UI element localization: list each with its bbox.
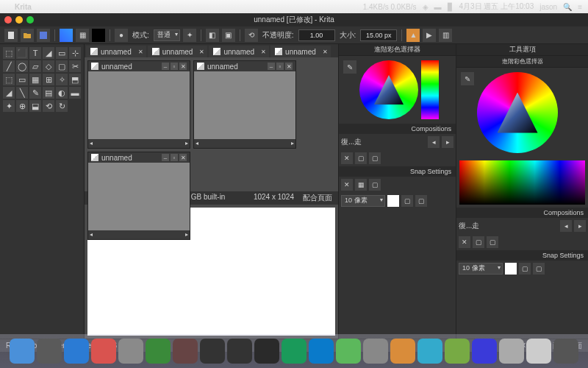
compositions-head[interactable]: Compositions (339, 124, 456, 134)
dock-app-11[interactable] (309, 339, 334, 364)
dock-app-4[interactable] (118, 339, 143, 364)
preset-dd-2[interactable]: 10 像素 (459, 263, 503, 275)
max-icon[interactable]: ▫ (276, 63, 284, 70)
preset-preview[interactable] (387, 195, 399, 207)
canvas[interactable] (88, 71, 190, 139)
canvas[interactable] (88, 163, 190, 230)
tool-21[interactable]: ▤ (43, 87, 54, 99)
history-back-button[interactable]: ◂ (428, 136, 440, 148)
gradient-button[interactable] (60, 29, 73, 42)
tool-19[interactable]: ╲ (16, 87, 28, 99)
comp2-a[interactable]: ▢ (473, 236, 484, 248)
dock-app-18[interactable] (499, 339, 524, 364)
preset2-a[interactable]: ▢ (519, 263, 531, 275)
document-window-2[interactable]: unnamed–▫✕ (87, 152, 190, 240)
maximize-window-button[interactable] (26, 16, 34, 24)
dock-app-10[interactable] (282, 339, 306, 364)
tool-18[interactable]: ◢ (3, 87, 15, 99)
scrollbar-h[interactable] (194, 139, 295, 148)
tool-12[interactable]: ⬚ (3, 74, 15, 85)
min-icon[interactable]: – (162, 154, 169, 161)
close-window-button[interactable] (4, 16, 12, 24)
tool-10[interactable]: ▢ (56, 60, 68, 72)
search-icon[interactable]: 🔍 (563, 3, 572, 11)
tool-27[interactable]: ⟲ (43, 100, 54, 112)
close-tab-icon[interactable]: ✕ (261, 49, 266, 55)
tool-13[interactable]: ▭ (16, 74, 28, 85)
dock-app-19[interactable] (526, 339, 551, 364)
tool-26[interactable]: ⬓ (29, 100, 41, 112)
mirror-h-button[interactable]: ▲ (406, 29, 420, 42)
tool-28[interactable]: ↻ (56, 100, 68, 112)
tool-2[interactable]: T (29, 47, 41, 59)
doc-tab-3[interactable]: unnamed✕ (270, 46, 331, 57)
dock-app-20[interactable] (553, 339, 578, 364)
panel-head-color[interactable]: 進階彩色選擇器 (339, 44, 456, 56)
compositions-head-2[interactable]: Compositions (456, 208, 588, 218)
color-picker-icon-2[interactable]: ✎ (461, 72, 474, 85)
color-strip[interactable] (421, 60, 439, 119)
dock-app-12[interactable] (336, 339, 361, 364)
min-icon[interactable]: – (162, 63, 169, 70)
new-file-button[interactable] (4, 29, 18, 42)
mirror-v-button[interactable]: ▶ (423, 29, 436, 42)
hist-fwd-2[interactable]: ▸ (574, 220, 586, 232)
hue-saturation-box[interactable] (459, 160, 585, 205)
doc-titlebar[interactable]: unnamed–▫✕ (88, 152, 190, 163)
doc-tab-1[interactable]: unnamed✕ (148, 46, 208, 57)
tool-7[interactable]: ◯ (16, 60, 28, 72)
opacity-input[interactable] (298, 29, 335, 41)
wifi-icon[interactable]: ◈ (423, 3, 429, 11)
size-input[interactable] (360, 29, 397, 41)
history-fwd-button[interactable]: ▸ (442, 136, 453, 148)
min-icon[interactable]: – (268, 63, 275, 70)
snap-x-button[interactable]: ✕ (341, 179, 353, 191)
scrollbar-h[interactable] (88, 230, 190, 239)
preset-prev-2[interactable] (505, 263, 517, 275)
dock-app-7[interactable] (200, 339, 225, 364)
snap-head-2[interactable]: Snap Settings (456, 250, 588, 261)
panel-subhead[interactable]: 進階彩色選擇器 (456, 56, 588, 68)
blend-mode-dropdown[interactable]: 普通 (154, 29, 180, 41)
comp-sq-button[interactable]: ▢ (355, 152, 367, 164)
tool-3[interactable]: ◢ (43, 47, 54, 59)
doc-tab-2[interactable]: unnamed✕ (209, 46, 269, 57)
close-tab-icon[interactable]: ✕ (138, 49, 143, 55)
scrollbar-h[interactable] (88, 139, 190, 148)
dock-app-8[interactable] (227, 339, 252, 364)
color-wheel[interactable] (359, 60, 418, 119)
tool-22[interactable]: ◐ (56, 87, 68, 99)
eraser-button[interactable]: ◧ (206, 29, 219, 42)
close-icon[interactable]: ✕ (179, 154, 187, 161)
close-tab-icon[interactable]: ✕ (323, 49, 328, 55)
tool-6[interactable]: ╱ (3, 60, 15, 72)
color-wheel-large[interactable] (477, 72, 558, 153)
dock-app-17[interactable] (472, 339, 497, 364)
tool-14[interactable]: ▦ (29, 74, 41, 85)
snap-opt-button[interactable]: ▢ (369, 179, 381, 191)
snap-grid-button[interactable]: ▦ (355, 179, 367, 191)
dock-app-15[interactable] (417, 339, 442, 364)
tool-0[interactable]: ⬚ (3, 47, 15, 59)
workspace-button[interactable]: ▥ (439, 29, 452, 42)
max-icon[interactable]: ▫ (171, 63, 178, 70)
tool-16[interactable]: ✧ (56, 74, 68, 85)
tool-24[interactable]: ✦ (3, 100, 15, 112)
dock-app-5[interactable] (146, 339, 171, 364)
close-tab-icon[interactable]: ✕ (199, 49, 204, 55)
comp2-b[interactable]: ▢ (487, 236, 498, 248)
reload-button[interactable]: ⟲ (245, 29, 258, 42)
close-icon[interactable]: ✕ (285, 63, 293, 70)
app-name[interactable]: Krita (15, 3, 32, 11)
tool-20[interactable]: ✎ (29, 87, 41, 99)
canvas[interactable] (194, 71, 295, 139)
dock-app-2[interactable] (64, 339, 89, 364)
dock-app-14[interactable] (390, 339, 415, 364)
doc-tab-0[interactable]: unnamed✕ (86, 46, 146, 57)
tool-15[interactable]: ⊞ (43, 74, 54, 85)
document-window-0[interactable]: unnamed–▫✕ (87, 60, 190, 149)
doc-titlebar[interactable]: unnamed–▫✕ (88, 61, 190, 71)
tool-4[interactable]: ▭ (56, 47, 68, 59)
fit-label[interactable]: 配合頁面 (303, 193, 332, 203)
dock-app-3[interactable] (91, 339, 116, 364)
